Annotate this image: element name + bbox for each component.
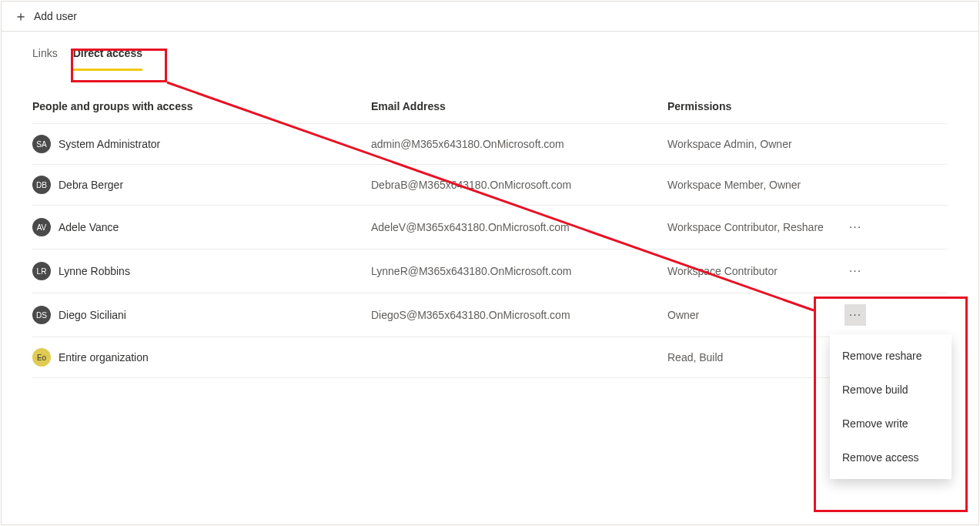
cell-actions: ··· [845,216,891,238]
avatar: AV [32,218,51,236]
permissions-context-menu: Remove reshare Remove build Remove write… [830,334,952,479]
avatar: SA [32,135,51,153]
cell-permissions: Workspace Member, Owner [667,179,845,191]
cell-name: DBDebra Berger [32,176,371,194]
cell-permissions: Workspace Contributor, Reshare [667,221,845,233]
table-row: AVAdele VanceAdeleV@M365x643180.OnMicros… [32,206,948,250]
menu-remove-reshare[interactable]: Remove reshare [830,339,952,373]
cell-email: LynneR@M365x643180.OnMicrosoft.com [371,265,667,277]
cell-actions: ··· [845,260,891,282]
user-name: Lynne Robbins [59,265,130,277]
cell-email: AdeleV@M365x643180.OnMicrosoft.com [371,221,667,233]
more-icon: ··· [849,220,861,234]
menu-remove-build[interactable]: Remove build [830,373,952,407]
more-options-button[interactable]: ··· [845,260,866,282]
cell-name: AVAdele Vance [32,218,371,236]
cell-email: DiegoS@M365x643180.OnMicrosoft.com [371,309,667,321]
cell-permissions: Read, Build [667,351,845,364]
tabs: Links Direct access [2,32,978,71]
more-icon: ··· [849,308,861,322]
tab-direct-access[interactable]: Direct access [73,39,142,71]
table-row: EoEntire organizationRead, Build [32,337,948,378]
col-header-permissions: Permissions [667,100,845,112]
col-header-email: Email Address [371,100,667,112]
add-user-button[interactable]: ＋ Add user [14,9,77,23]
tab-links[interactable]: Links [32,39,58,71]
user-name: Diego Siciliani [59,309,126,321]
table-row: LRLynne RobbinsLynneR@M365x643180.OnMicr… [32,250,948,293]
add-user-label: Add user [34,10,77,22]
plus-icon: ＋ [14,9,28,23]
user-name: System Administrator [59,138,160,150]
menu-remove-access[interactable]: Remove access [830,441,952,474]
table-row: SASystem Administratoradmin@M365x643180.… [32,124,948,165]
more-icon: ··· [849,264,861,278]
more-options-button[interactable]: ··· [845,216,866,238]
table-row: DBDebra BergerDebraB@M365x643180.OnMicro… [32,165,948,206]
cell-email: DebraB@M365x643180.OnMicrosoft.com [371,179,667,191]
cell-name: DSDiego Siciliani [32,306,371,324]
cell-name: LRLynne Robbins [32,262,371,280]
user-name: Debra Berger [59,179,123,191]
user-name: Adele Vance [59,221,119,233]
cell-name: SASystem Administrator [32,135,371,153]
user-name: Entire organization [59,351,149,364]
cell-permissions: Owner [667,309,845,321]
avatar: DS [32,306,51,324]
cell-permissions: Workspace Contributor [667,265,845,277]
col-header-actions [845,100,891,112]
more-options-button[interactable]: ··· [845,304,866,326]
col-header-name: People and groups with access [32,100,371,112]
toolbar: ＋ Add user [2,2,978,32]
cell-permissions: Workspace Admin, Owner [667,138,845,150]
menu-remove-write[interactable]: Remove write [830,407,952,441]
cell-actions: ··· [845,304,891,326]
avatar: Eo [32,348,51,367]
avatar: LR [32,262,51,280]
table-header: People and groups with access Email Addr… [32,92,948,124]
avatar: DB [32,176,51,194]
cell-name: EoEntire organization [32,348,371,367]
table-row: DSDiego SicilianiDiegoS@M365x643180.OnMi… [32,293,948,337]
access-panel: ＋ Add user Links Direct access People an… [1,1,979,525]
cell-email: admin@M365x643180.OnMicrosoft.com [371,138,667,150]
